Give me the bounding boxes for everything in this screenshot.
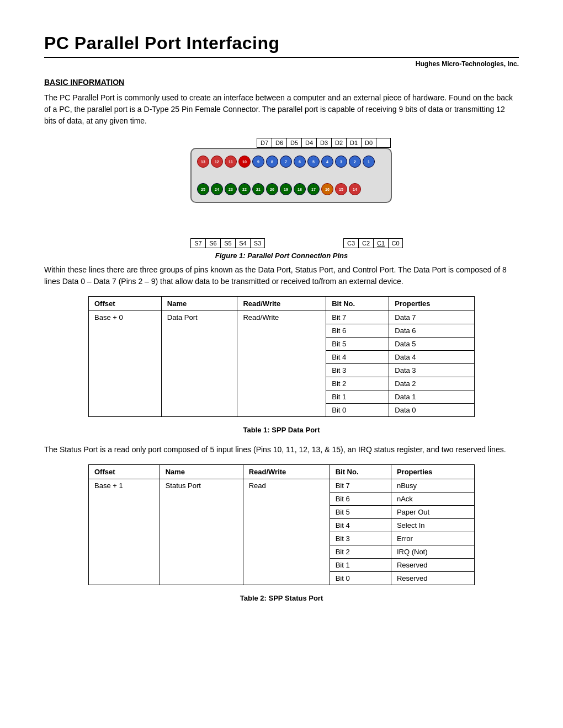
control-labels: C3 C2 C1 C0 [343,238,403,248]
pin-10: 10 [238,156,251,168]
intro-paragraph-3: The Status Port is a read only port comp… [44,444,519,456]
status-label-s3: S3 [250,238,265,248]
pin-25: 25 [197,183,209,195]
table-row: Base + 1Status PortReadBit 7nBusy [89,479,475,493]
data-label-d3: D3 [316,138,331,148]
data-label-d4: D4 [301,138,316,148]
intro-paragraph-2: Within these lines there are three group… [44,264,519,287]
pin-24: 24 [211,183,223,195]
pin-11: 11 [225,156,237,168]
col-header-name-1: Name [161,297,237,311]
pin-19: 19 [280,183,292,195]
pin-15: 15 [335,183,347,195]
pin-6: 6 [294,156,306,168]
control-label-c2: C2 [358,238,373,248]
pin-13: 13 [197,156,209,168]
pin-12: 12 [211,156,223,168]
data-label-d6: D6 [272,138,286,148]
data-label-d5: D5 [286,138,301,148]
status-labels: S7 S6 S5 S4 S3 [190,238,265,248]
pin-16: 16 [321,183,333,195]
col-header-props-1: Properties [389,297,475,311]
pin-9: 9 [252,156,264,168]
pin-18: 18 [294,183,306,195]
pin-21: 21 [252,183,264,195]
col-header-bitno-2: Bit No. [330,465,391,479]
table-1-caption: Table 1: SPP Data Port [44,426,519,434]
pin-14: 14 [349,183,361,195]
data-label-d7: D7 [257,138,272,148]
pin-22: 22 [238,183,251,195]
table-2-caption: Table 2: SPP Status Port [44,594,519,602]
col-header-props-2: Properties [391,465,474,479]
status-label-s6: S6 [205,238,220,248]
data-label-d0: D0 [361,138,376,148]
pin-3: 3 [335,156,347,168]
table-spp-data-port: Offset Name Read/Write Bit No. Propertie… [88,296,475,417]
pin-8: 8 [266,156,278,168]
control-label-c3: C3 [343,238,358,248]
table-row: Base + 0Data PortRead/WriteBit 7Data 7 [89,311,475,324]
pin-23: 23 [225,183,237,195]
col-header-rw-2: Read/Write [243,465,330,479]
pin-1: 1 [363,156,375,168]
pin-4: 4 [321,156,333,168]
figure-1-caption: Figure 1: Parallel Port Connection Pins [215,251,348,260]
intro-paragraph-1: The PC Parallel Port is commonly used to… [44,92,519,127]
status-label-s4: S4 [235,238,250,248]
col-header-bitno-1: Bit No. [326,297,389,311]
figure-connector: D7 D6 D5 D4 D3 D2 D1 D0 13 12 11 10 9 8 … [44,138,519,260]
data-label-d1: D1 [346,138,361,148]
status-label-s5: S5 [220,238,235,248]
pin-2: 2 [349,156,361,168]
top-pin-row: 13 12 11 10 9 8 7 6 5 4 3 2 1 [197,156,375,168]
status-label-s7: S7 [190,238,205,248]
pin-17: 17 [307,183,320,195]
control-label-c0: C0 [388,238,403,248]
page-title: PC Parallel Port Interfacing [44,33,519,58]
section-heading-basic: BASIC INFORMATION [44,78,519,87]
bottom-pin-row: 25 24 23 22 21 20 19 18 17 16 15 14 [197,183,361,195]
col-header-name-2: Name [160,465,243,479]
connector-body: 13 12 11 10 9 8 7 6 5 4 3 2 1 25 24 23 2… [190,148,392,203]
table-spp-status-port: Offset Name Read/Write Bit No. Propertie… [88,464,475,585]
col-header-offset-1: Offset [89,297,162,311]
control-label-c1: C1 [373,238,388,248]
col-header-rw-1: Read/Write [237,297,326,311]
pin-7: 7 [280,156,292,168]
company-name: Hughes Micro-Technologies, Inc. [44,60,519,68]
col-header-offset-2: Offset [89,465,160,479]
pin-5: 5 [307,156,320,168]
data-label-d2: D2 [331,138,346,148]
pin-20: 20 [266,183,278,195]
